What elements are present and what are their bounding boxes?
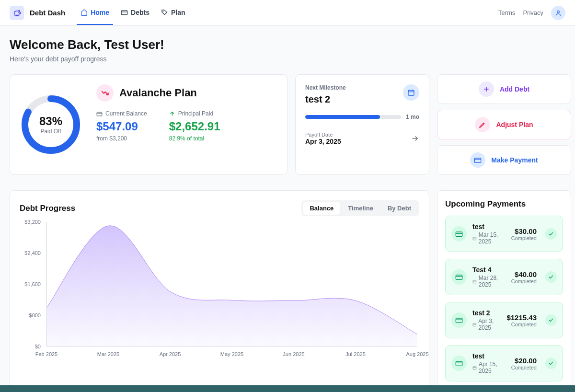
arrow-up-icon [169, 111, 175, 117]
payment-item[interactable]: testApr 15, 2025$20.00Completed [445, 345, 563, 381]
payment-amount: $20.00 [511, 357, 537, 365]
payment-status: Completed [511, 278, 537, 284]
adjust-plan-button[interactable]: Adjust Plan [437, 110, 571, 139]
plan-name: Avalanche Plan [119, 87, 197, 99]
nav-item-debts[interactable]: Debts [117, 1, 153, 25]
balance-label: Current Balance [105, 110, 147, 117]
logo[interactable]: Debt Dash [10, 6, 65, 20]
check-icon [545, 314, 557, 326]
page-title: Welcome Back, Test User! [10, 37, 565, 52]
payment-item[interactable]: Test 4Mar 28, 2025$40.00Completed [445, 259, 563, 295]
calendar-icon [472, 365, 477, 370]
calendar-icon [472, 279, 477, 284]
svg-rect-16 [473, 366, 476, 369]
milestone-time: 1 mo [406, 114, 419, 120]
progress-card: 83% Paid Off Avalanche Plan C [10, 74, 288, 175]
credit-card-icon [451, 226, 467, 242]
svg-rect-9 [456, 232, 462, 236]
edit-icon [475, 117, 490, 132]
nav-item-plan[interactable]: Plan [157, 1, 189, 25]
plus-icon [479, 81, 494, 97]
x-tick: Mar 2025 [97, 351, 119, 357]
calendar-icon [472, 322, 476, 327]
x-tick: Jun 2025 [283, 351, 304, 357]
progress-label: Paid Off [40, 128, 61, 135]
user-avatar[interactable] [551, 6, 565, 20]
x-tick: Jul 2025 [345, 351, 366, 357]
svg-rect-12 [473, 280, 476, 283]
y-tick: $3,200 [24, 219, 41, 225]
wallet-icon [96, 111, 103, 117]
principal-label: Principal Paid [178, 110, 213, 117]
y-tick: $0 [35, 344, 41, 349]
svg-rect-15 [456, 361, 462, 366]
payment-item[interactable]: testMar 15, 2025$30.00Completed [445, 216, 563, 252]
svg-rect-11 [456, 275, 462, 279]
piggy-bank-icon [10, 6, 24, 20]
payment-date: Mar 15, 2025 [479, 231, 506, 245]
arrow-right-icon[interactable] [411, 134, 419, 143]
nav-item-home[interactable]: Home [77, 1, 113, 25]
x-tick: Aug 2025 [406, 351, 428, 357]
adjust-plan-label: Adjust Plan [496, 121, 533, 128]
y-tick: $1,600 [24, 281, 41, 287]
svg-rect-14 [473, 323, 476, 326]
milestone-progress-bar [305, 115, 401, 119]
payment-name: test [472, 223, 506, 231]
x-tick: Feb 2025 [35, 351, 58, 357]
svg-point-3 [557, 11, 560, 13]
add-debt-button[interactable]: Add Debt [437, 74, 571, 104]
credit-card-icon [451, 269, 467, 285]
payment-item[interactable]: test 2Apr 3, 2025$1215.43Completed [445, 302, 563, 338]
payment-date: Apr 15, 2025 [479, 361, 506, 374]
page-subtitle: Here's your debt payoff progress [10, 55, 565, 63]
x-tick: May 2025 [220, 351, 243, 357]
nav-label: Plan [171, 9, 185, 16]
privacy-link[interactable]: Privacy [523, 9, 543, 16]
x-tick: Apr 2025 [160, 351, 181, 357]
svg-point-0 [18, 12, 19, 12]
terms-link[interactable]: Terms [498, 9, 515, 16]
add-debt-label: Add Debt [500, 85, 529, 93]
credit-card-icon [451, 312, 467, 328]
payment-status: Completed [511, 365, 537, 370]
payoff-date-label: Payoff Date [305, 132, 341, 138]
chart-title: Debt Progress [20, 204, 75, 213]
principal-sub: 82.9% of total [169, 135, 220, 142]
make-payment-button[interactable]: Make Payment [437, 145, 571, 175]
svg-rect-10 [473, 237, 476, 240]
payoff-date: Apr 3, 2025 [305, 138, 341, 145]
progress-ring: 83% Paid Off [20, 93, 82, 156]
payment-date: Mar 28, 2025 [479, 275, 506, 288]
bottom-bar [0, 385, 575, 392]
svg-rect-7 [408, 90, 414, 95]
payment-name: Test 4 [472, 266, 506, 274]
tab-balance[interactable]: Balance [303, 202, 340, 215]
credit-card-icon [451, 356, 467, 371]
tab-by-debt[interactable]: By Debt [381, 202, 418, 215]
milestone-card: Next Milestone test 2 1 mo Payoff Date A… [295, 74, 429, 175]
payment-status: Completed [511, 235, 537, 241]
trending-down-icon [96, 84, 114, 102]
check-icon [545, 357, 557, 369]
progress-percent: 83% [39, 115, 62, 128]
upcoming-title: Upcoming Payments [445, 199, 563, 209]
balance-value: $547.09 [96, 120, 147, 133]
payment-amount: $40.00 [511, 270, 537, 278]
calendar-icon [472, 236, 477, 241]
card-icon [121, 9, 128, 16]
principal-value: $2,652.91 [169, 120, 220, 133]
y-tick: $800 [29, 312, 41, 318]
milestone-label: Next Milestone [305, 84, 346, 91]
y-tick: $2,400 [24, 250, 41, 256]
balance-sub: from $3,200 [96, 135, 147, 142]
navbar: Debt Dash HomeDebtsPlan Terms Privacy [0, 0, 575, 26]
payment-name: test 2 [472, 309, 501, 317]
chart-card: Debt Progress BalanceTimelineBy Debt $3,… [10, 190, 429, 392]
check-icon [545, 271, 557, 283]
actions-column: Add Debt Adjust Plan Make Payment [437, 74, 571, 175]
tag-icon [161, 9, 168, 16]
tab-timeline[interactable]: Timeline [341, 202, 380, 215]
home-icon [80, 9, 88, 16]
milestone-name: test 2 [305, 94, 346, 105]
